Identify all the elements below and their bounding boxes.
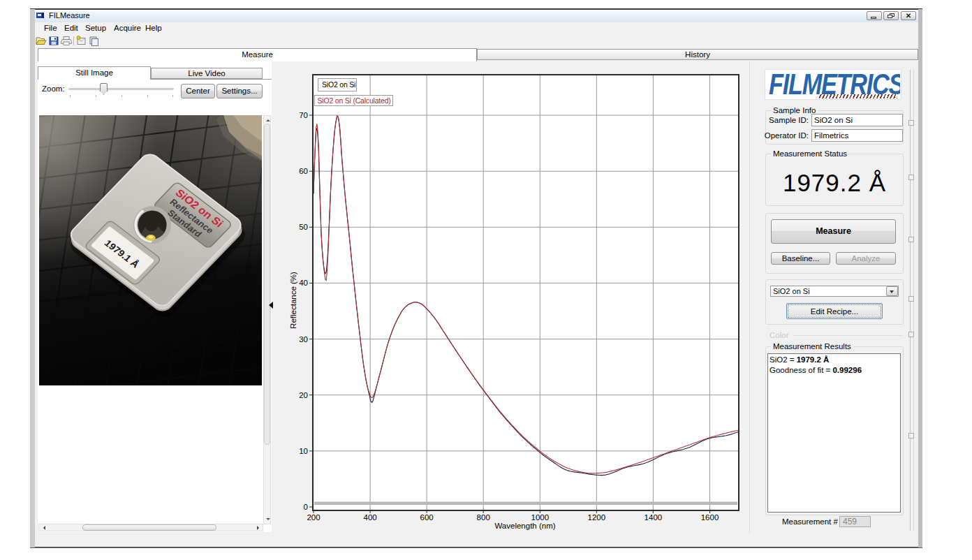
svg-text:20: 20 [299,391,308,399]
svg-text:60: 60 [299,167,308,175]
svg-text:800: 800 [477,513,490,522]
svg-text:1200: 1200 [588,513,606,522]
svg-text:50: 50 [299,223,308,231]
svg-text:1000: 1000 [531,513,550,522]
svg-text:600: 600 [420,513,434,522]
svg-text:10: 10 [299,447,308,455]
svg-text:Reflectance (%): Reflectance (%) [289,272,297,329]
svg-text:70: 70 [299,111,308,119]
svg-text:40: 40 [299,279,308,287]
svg-text:400: 400 [364,513,377,522]
svg-text:200: 200 [307,513,320,522]
svg-text:1600: 1600 [701,513,719,522]
svg-text:30: 30 [299,335,308,344]
svg-text:Wavelength (nm): Wavelength (nm) [494,522,555,530]
svg-text:SiO2 on Si: SiO2 on Si [322,80,355,89]
svg-text:0: 0 [304,503,308,511]
svg-text:1400: 1400 [645,513,663,522]
svg-text:SiO2 on Si (Calculated): SiO2 on Si (Calculated) [318,96,391,105]
